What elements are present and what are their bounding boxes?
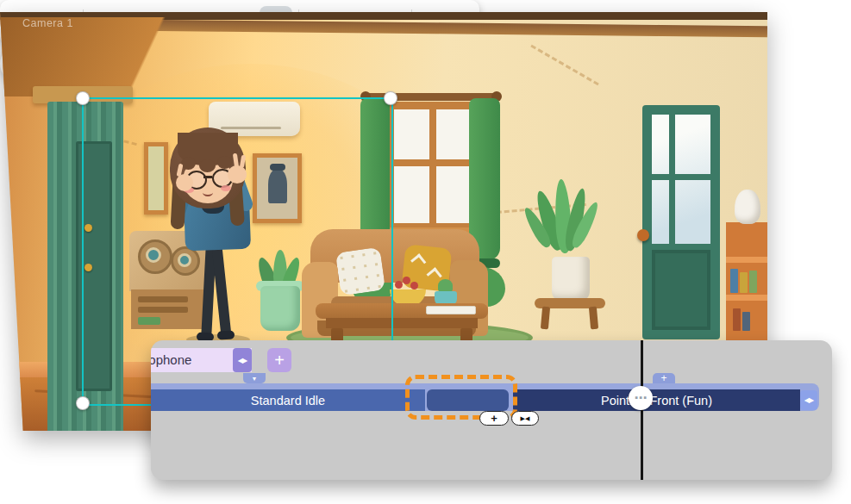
insert-segment-button[interactable]: + <box>479 411 509 426</box>
book-on-table <box>426 306 476 314</box>
motion-segment-pointing-front[interactable]: Pointing Front (Fun) <box>513 389 800 411</box>
right-door-panel <box>652 250 710 330</box>
book <box>742 312 750 331</box>
book <box>749 271 757 293</box>
shelf-board <box>726 295 767 301</box>
window-mullion <box>394 159 472 166</box>
collapse-track-tab[interactable]: ▼ <box>243 373 266 383</box>
stool-leg <box>589 307 598 330</box>
right-door-mullion <box>652 174 710 180</box>
berry <box>410 282 418 289</box>
add-segment-tab[interactable]: + <box>653 373 675 383</box>
berry <box>395 281 403 289</box>
shelf-board <box>726 257 767 263</box>
book <box>730 269 738 293</box>
selection-handle-bottom-left[interactable] <box>76 396 90 410</box>
segment-resize-handle[interactable]: ◀▶ <box>800 390 817 410</box>
audio-track-label: Microphone <box>151 348 191 372</box>
window <box>386 102 479 231</box>
pillow-pattern <box>410 253 426 269</box>
align-segments-button[interactable]: ▶◀ <box>511 411 539 426</box>
plant-pot <box>552 257 590 302</box>
wall-shelf <box>726 222 767 343</box>
timeline-panel: Microphone ◀▶ + ▼ Standard Idle Pointing… <box>151 340 832 480</box>
selection-handle-top-left[interactable] <box>76 91 90 105</box>
motion-segment-standard-idle[interactable]: Standard Idle <box>151 389 425 411</box>
window-mullion <box>429 109 436 223</box>
playhead[interactable] <box>641 340 643 480</box>
audio-track-resize-handle[interactable]: ◀▶ <box>233 348 252 372</box>
camera-label: Camera 1 <box>22 17 73 29</box>
right-door <box>642 105 720 339</box>
add-audio-button[interactable]: + <box>267 348 291 372</box>
berry <box>403 277 410 284</box>
segment-more-button[interactable]: ⋯ <box>629 386 653 410</box>
stool-leg <box>541 307 550 330</box>
white-jug <box>735 190 760 224</box>
right-door-knob <box>637 229 649 241</box>
audio-track-label-clip: Microphone <box>151 348 233 372</box>
book <box>733 308 741 331</box>
succulent <box>438 279 453 292</box>
wall-crack <box>530 45 598 86</box>
selection-handle-top-right[interactable] <box>384 91 397 105</box>
book <box>740 272 748 293</box>
